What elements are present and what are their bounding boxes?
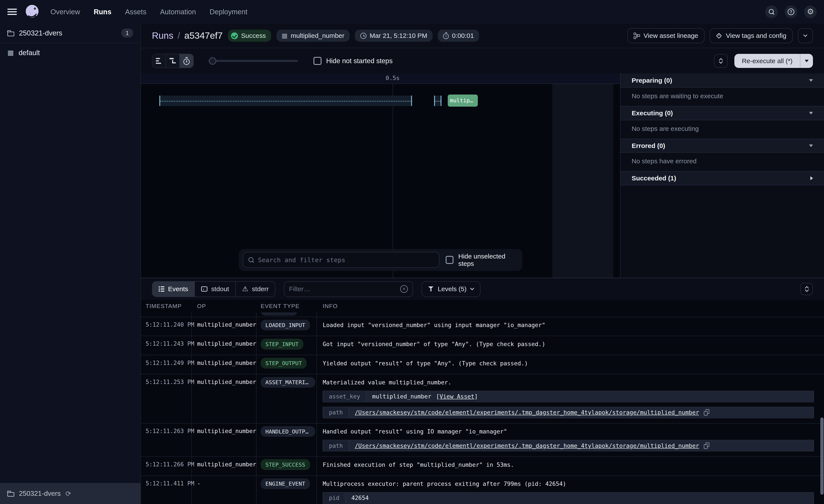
section-empty-text: No steps have errored: [620, 153, 824, 171]
search-button[interactable]: [765, 5, 778, 18]
event-log-row[interactable]: 5:12:11.243 PM multiplied_number STEP_IN…: [141, 336, 824, 355]
levels-dropdown-button[interactable]: Levels (5): [421, 281, 481, 297]
stopwatch-icon: [183, 58, 190, 65]
panel-section-succeeded[interactable]: Succeeded (1): [620, 171, 824, 185]
view-asset-lineage-button[interactable]: View asset lineage: [627, 28, 705, 43]
gantt-mode-timed-button[interactable]: [180, 54, 193, 68]
gantt-mode-flat-button[interactable]: [152, 54, 166, 68]
event-info-cell: Got input "versioned_number" of type "An…: [317, 336, 824, 355]
gantt-waiting-bar-segment: [434, 96, 441, 106]
hide-not-started-toggle[interactable]: Hide not started steps: [313, 57, 393, 65]
path-link[interactable]: /Users/smackesey/stm/code/elementl/exper…: [355, 443, 699, 449]
event-info-cell: Loaded input "versioned_number" using in…: [317, 317, 824, 336]
start-time-tag: Mar 21, 5:12:10 PM: [355, 30, 433, 42]
panel-section-executing[interactable]: Executing (0): [620, 106, 824, 120]
event-log-row[interactable]: 5:12:11.411 PM - ENGINE_EVENT Multiproce…: [141, 476, 824, 504]
detail-label: pid: [323, 493, 345, 503]
event-type-badge: HANDLED_OUTPUT: [261, 426, 315, 437]
event-type-cell: HANDLED_OUTPUT: [256, 423, 317, 456]
step-search-input[interactable]: [258, 256, 434, 264]
hide-unselected-toggle[interactable]: Hide unselected steps: [445, 253, 518, 267]
breadcrumb-runs-link[interactable]: Runs: [152, 30, 174, 41]
view-asset-link[interactable]: View Asset: [439, 393, 474, 400]
event-op: multiplied_number: [192, 374, 256, 423]
caret-down-icon: [805, 60, 809, 62]
event-log-row[interactable]: 5:12:11.240 PM multiplied_number LOADED_…: [141, 317, 824, 336]
log-filter-box[interactable]: ×: [284, 281, 413, 297]
help-icon: ?: [788, 8, 795, 15]
event-log-row[interactable]: 5:12:11.253 PM multiplied_number ASSET_M…: [141, 374, 824, 423]
reexecute-all-button[interactable]: Re-execute all (*): [734, 54, 813, 68]
settings-button[interactable]: ⚙: [804, 5, 817, 18]
detail-text: multiplied_number: [372, 393, 431, 400]
event-type-cell: STEP_OUTPUT: [256, 355, 317, 374]
event-info-cell: Materialized value multiplied_number. as…: [317, 374, 824, 423]
column-header-timestamp: TIMESTAMP: [141, 303, 192, 309]
event-log-row[interactable]: 5:12:11.266 PM multiplied_number STEP_SU…: [141, 456, 824, 475]
event-log-row[interactable]: 5:12:11.263 PM multiplied_number HANDLED…: [141, 423, 824, 456]
event-log-row[interactable]: 5:12:11.249 PM multiplied_number STEP_OU…: [141, 355, 824, 374]
gantt-mode-waterfall-button[interactable]: [166, 54, 180, 68]
event-timestamp: 5:12:11.411 PM: [141, 476, 192, 504]
nav-item-assets[interactable]: Assets: [125, 8, 146, 16]
tab-stderr-label: stderr: [252, 285, 269, 293]
repository-name: 250321-dvers: [19, 29, 62, 37]
reexecute-dropdown-button[interactable]: [800, 54, 813, 68]
run-actions-menu-button[interactable]: [798, 28, 813, 43]
slider-thumb[interactable]: [209, 57, 216, 65]
nav-links: Overview Runs Assets Automation Deployme…: [50, 8, 247, 16]
detail-asset-link-wrap: [View Asset]: [436, 393, 478, 400]
gantt-timeline: 0.5s: [141, 74, 620, 84]
detail-text: 42654: [351, 495, 369, 501]
hamburger-menu-icon[interactable]: [7, 9, 17, 15]
dagster-logo[interactable]: [24, 4, 40, 20]
hide-not-started-checkbox[interactable]: [313, 57, 321, 65]
event-detail-row: path /Users/smackesey/stm/code/elementl/…: [323, 440, 814, 452]
clear-filter-icon[interactable]: ×: [400, 285, 408, 293]
asset-tag[interactable]: ▦ multiplied_number: [277, 30, 350, 42]
log-scrollbar-thumb[interactable]: [820, 417, 824, 495]
event-type-cell: LOADED_INPUT: [256, 317, 317, 336]
gantt-step-bar[interactable]: multiplied_number: [448, 95, 478, 107]
nav-item-automation[interactable]: Automation: [160, 8, 196, 16]
step-search-box[interactable]: [243, 252, 439, 268]
panel-section-errored[interactable]: Errored (0): [620, 139, 824, 153]
nav-item-runs[interactable]: Runs: [94, 8, 111, 16]
nav-item-overview[interactable]: Overview: [50, 8, 80, 16]
gantt-toolbar: Hide not started steps Re-execute all (*…: [141, 48, 824, 74]
gantt-search-panel: Hide unselected steps: [238, 249, 522, 271]
duration-label: 0:00:01: [452, 32, 474, 39]
sidebar-footer-repository[interactable]: 250321-dvers ⟳: [0, 483, 140, 504]
nav-item-deployment[interactable]: Deployment: [210, 8, 247, 16]
sidebar-item-repository[interactable]: 250321-dvers 1: [0, 24, 140, 43]
log-filter-input[interactable]: [289, 285, 396, 293]
event-op: -: [192, 476, 256, 504]
event-log-table: TIMESTAMP OP EVENT TYPE INFO 5:12:11.240…: [141, 300, 824, 504]
help-button[interactable]: ?: [785, 5, 797, 18]
event-type-cell: ASSET_MATERIALIZATION: [256, 374, 317, 423]
breadcrumb: Runs / a5347ef7: [152, 30, 223, 41]
asset-tag-label: multiplied_number: [291, 32, 344, 39]
copy-icon[interactable]: [704, 443, 709, 449]
sidebar-item-job-default[interactable]: ▦ default: [0, 43, 140, 62]
tab-stderr[interactable]: ⚠ stderr: [236, 282, 275, 296]
log-expand-button[interactable]: [800, 283, 813, 295]
event-type-cell: STEP_INPUT: [256, 336, 317, 355]
gantt-chart-area[interactable]: multiplied_number Hide unselected steps: [141, 84, 620, 278]
clipped-badge: [261, 312, 298, 316]
copy-icon[interactable]: [704, 409, 709, 415]
tab-stdout-label: stdout: [211, 285, 229, 293]
gantt-expand-button[interactable]: [714, 54, 728, 68]
gantt-zoom-slider[interactable]: [208, 60, 298, 62]
refresh-icon[interactable]: ⟳: [66, 490, 71, 498]
chevron-down-icon: [470, 286, 474, 290]
panel-section-preparing[interactable]: Preparing (0): [620, 74, 824, 88]
tab-stdout[interactable]: › stdout: [195, 282, 236, 296]
view-tags-config-button[interactable]: View tags and config: [710, 28, 793, 43]
event-timestamp: 5:12:11.240 PM: [141, 317, 192, 336]
job-name: default: [19, 49, 40, 57]
hide-unselected-checkbox[interactable]: [445, 256, 453, 264]
levels-label: Levels (5): [438, 285, 467, 293]
tab-events[interactable]: Events: [152, 282, 195, 296]
path-link[interactable]: /Users/smackesey/stm/code/elementl/exper…: [355, 409, 699, 416]
